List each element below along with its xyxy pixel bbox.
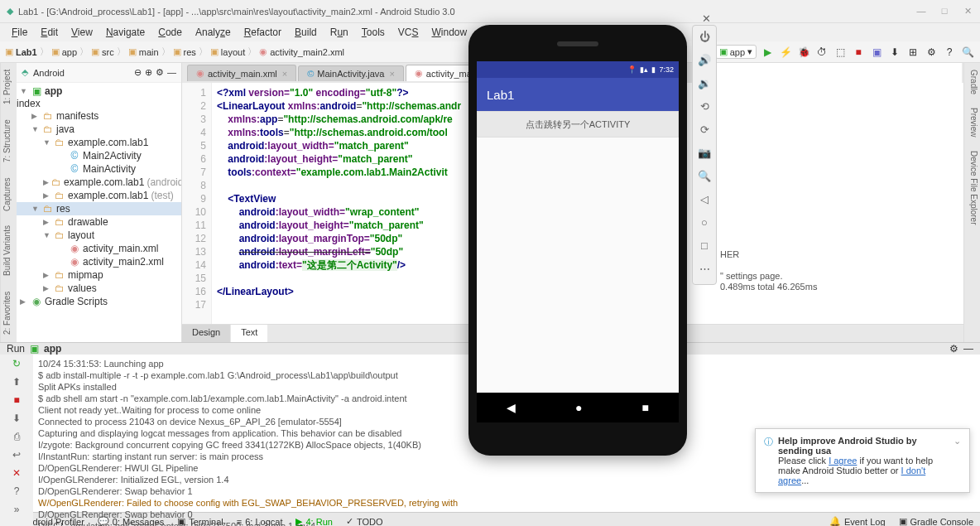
tab-gradle[interactable]: Gradle [966, 66, 978, 98]
node-app[interactable]: ▼▣app [17, 84, 181, 98]
node-main2activity[interactable]: ©Main2Activity [17, 149, 181, 162]
emu-close-icon[interactable]: ✕ [698, 12, 714, 29]
hide-icon[interactable]: ― [167, 67, 176, 78]
menu-code[interactable]: Code [151, 25, 189, 40]
node-gradle[interactable]: ▶◉Gradle Scripts [17, 295, 181, 308]
attach-icon[interactable]: ⬚ [833, 45, 848, 60]
tab-captures[interactable]: Captures [2, 174, 15, 215]
wrap-icon[interactable]: ↩ [9, 449, 24, 464]
down-icon[interactable]: ⬇ [9, 413, 24, 427]
emu-rotate-left-icon[interactable]: ⟲ [696, 100, 713, 117]
maximize-button[interactable]: □ [939, 6, 950, 17]
node-pkg2[interactable]: ▶🗀example.com.lab1 (androidTest) [17, 176, 181, 189]
tab-favorites[interactable]: 2: Favorites [2, 288, 15, 338]
emu-more-icon[interactable]: ⋯ [696, 263, 713, 279]
emu-home-icon[interactable]: ○ [696, 216, 713, 233]
node-pkg3[interactable]: ▶🗀example.com.lab1 (test) [17, 189, 181, 202]
close-icon[interactable]: × [389, 69, 394, 79]
crumb-file[interactable]: ◉activity_main2.xml [259, 46, 344, 57]
structure-icon[interactable]: ⊞ [906, 45, 920, 60]
run-button[interactable]: ▶ [760, 45, 775, 60]
emu-voldown-icon[interactable]: 🔉 [696, 77, 713, 94]
crumb-layout[interactable]: ▣layout [210, 46, 245, 57]
menu-view[interactable]: View [65, 25, 99, 40]
minimize-button[interactable]: ― [915, 6, 927, 17]
tab-build-variants[interactable]: Build Variants [2, 223, 15, 280]
menu-navigate[interactable]: Navigate [99, 25, 151, 40]
emu-power-icon[interactable]: ⏻ [696, 31, 713, 47]
emu-back-icon[interactable]: ◁ [696, 193, 713, 210]
emu-camera-icon[interactable]: 📷 [696, 147, 713, 163]
search-icon[interactable]: 🔍 [960, 45, 975, 60]
debug-icon[interactable]: 🐞 [796, 45, 811, 60]
node-activitymain[interactable]: ◉activity_main.xml [17, 242, 181, 255]
home-button[interactable]: ● [575, 401, 582, 414]
expand-icon[interactable]: » [9, 504, 24, 519]
node-layout[interactable]: ▼🗀layout [17, 229, 181, 242]
node-mipmap[interactable]: ▶🗀mipmap [17, 268, 181, 282]
menu-window[interactable]: Window [425, 25, 473, 40]
close-icon[interactable]: ✕ [9, 467, 24, 482]
node-mainactivity[interactable]: ©MainActivity [17, 162, 181, 176]
crumb-res[interactable]: ▣res [173, 46, 196, 57]
gear-icon[interactable]: ⚙ [156, 67, 164, 78]
menu-run[interactable]: Run [324, 25, 355, 40]
collapse-icon[interactable]: ⊖ [134, 67, 142, 78]
help-icon[interactable]: ? [942, 45, 957, 60]
close-button[interactable]: ✕ [962, 6, 973, 17]
node-java[interactable]: ▼🗀java [17, 123, 181, 136]
menu-vcs[interactable]: VCS [392, 25, 425, 40]
emu-rotate-right-icon[interactable]: ⟳ [696, 123, 713, 140]
text-tab[interactable]: Text [231, 325, 267, 342]
menu-build[interactable]: Build [288, 25, 324, 40]
tab-activity-main[interactable]: ◉activity_main.xml× [187, 65, 296, 81]
emu-recents-icon[interactable]: □ [696, 239, 713, 256]
crumb-app[interactable]: ▣app [51, 46, 77, 57]
tab-structure[interactable]: 7: Structure [2, 116, 15, 166]
profile-icon[interactable]: ⏱ [814, 45, 829, 60]
project-view-label[interactable]: Android [33, 68, 65, 78]
menu-refactor[interactable]: Refactor [238, 25, 288, 40]
menu-tools[interactable]: Tools [355, 25, 392, 40]
crumb-main[interactable]: ▣main [128, 46, 159, 57]
apply-changes-icon[interactable]: ⚡ [778, 45, 793, 60]
crumb-lab1[interactable]: ▣Lab1 [5, 46, 37, 57]
tab-preview[interactable]: Preview [966, 104, 978, 141]
emu-volup-icon[interactable]: 🔊 [696, 54, 713, 70]
node-pkg1[interactable]: ▼🗀example.com.lab1 [17, 136, 181, 149]
recents-button[interactable]: ■ [642, 401, 649, 414]
target-icon[interactable]: ⊕ [145, 67, 152, 78]
node-drawable[interactable]: ▶🗀drawable [17, 215, 181, 229]
run-label: Run [7, 343, 25, 355]
node-values[interactable]: ▶🗀values [17, 282, 181, 295]
tab-device-file-explorer[interactable]: Device File Explorer [966, 147, 978, 228]
help-icon[interactable]: ? [9, 485, 24, 500]
menu-file[interactable]: File [5, 25, 34, 40]
close-icon[interactable]: × [282, 69, 287, 79]
menu-edit[interactable]: Edit [34, 25, 65, 40]
crumb-src[interactable]: ▣src [91, 46, 114, 57]
design-tab[interactable]: Design [182, 325, 230, 342]
hide-icon[interactable]: ― [963, 343, 973, 355]
rerun-icon[interactable]: ↻ [9, 358, 24, 373]
print-icon[interactable]: ⎙ [9, 431, 24, 446]
run-config-dropdown[interactable]: ▣app ▾ [715, 45, 757, 59]
tab-mainactivity-java[interactable]: ©MainActivity.java× [298, 65, 404, 81]
settings-icon[interactable]: ⚙ [924, 45, 939, 60]
emu-zoom-icon[interactable]: 🔍 [696, 170, 713, 186]
stop-icon[interactable]: ■ [9, 394, 24, 409]
node-res[interactable]: ▼🗀res [17, 202, 181, 215]
tab-project[interactable]: 1: Project [2, 66, 15, 108]
avd-icon[interactable]: ▣ [869, 45, 884, 60]
back-button[interactable]: ◀ [507, 401, 516, 414]
stop-button[interactable]: ■ [851, 45, 866, 60]
chevron-down-icon[interactable]: ⌄ [954, 436, 961, 446]
node-manifests[interactable]: ▶🗀manifests [17, 109, 181, 123]
node-activitymain2[interactable]: ◉activity_main2.xml [17, 255, 181, 268]
menu-analyze[interactable]: Analyze [189, 25, 238, 40]
agree-link[interactable]: I agree [829, 456, 857, 466]
phone-button[interactable]: 点击跳转另一个ACTIVITY [477, 111, 679, 138]
gear-icon[interactable]: ⚙ [949, 343, 958, 355]
up-icon[interactable]: ⬆ [9, 376, 24, 391]
sdk-icon[interactable]: ⬇ [887, 45, 902, 60]
